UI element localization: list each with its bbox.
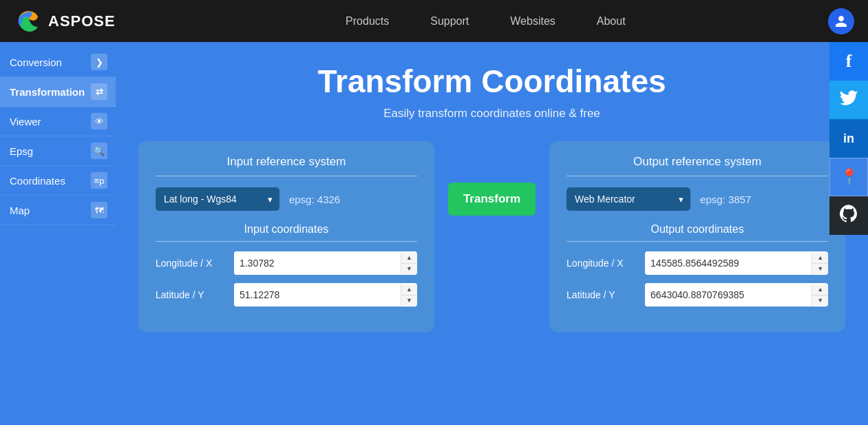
- main-wrapper: Conversion ❯ Transformation ⇄ Viewer 👁 E…: [0, 42, 868, 425]
- brand[interactable]: ASPOSE: [14, 7, 116, 36]
- transform-col: Transform: [448, 141, 536, 216]
- output-latitude-up[interactable]: ▲: [812, 284, 828, 295]
- output-longitude-field: Longitude / X ▲ ▼: [567, 251, 828, 275]
- input-latitude-input[interactable]: [234, 283, 401, 307]
- nav-products[interactable]: Products: [346, 15, 389, 28]
- input-latitude-spinners: ▲ ▼: [401, 284, 417, 306]
- map-icon: 🗺: [91, 202, 107, 218]
- sidebar-item-map[interactable]: Map 🗺: [0, 196, 116, 225]
- github-icon: [840, 205, 858, 227]
- input-epsg-label: epsg: 4326: [289, 194, 340, 205]
- input-system-row: Lat long - Wgs84 Web Mercator UTM Zone 3…: [156, 187, 417, 211]
- content-area: Transform Coordinates Easily transform c…: [116, 42, 868, 425]
- linkedin-icon: in: [843, 132, 854, 146]
- github-button[interactable]: [829, 196, 868, 235]
- pinterest-icon: 📍: [840, 168, 858, 186]
- input-longitude-up[interactable]: ▲: [401, 253, 417, 263]
- nav-links: Products Support Websites About: [143, 15, 828, 28]
- nav-websites[interactable]: Websites: [510, 15, 555, 28]
- output-latitude-down[interactable]: ▼: [812, 296, 828, 306]
- panels-row: Input reference system Lat long - Wgs84 …: [131, 141, 854, 332]
- input-coords-title: Input coordinates: [156, 223, 417, 242]
- brand-name: ASPOSE: [48, 12, 116, 30]
- user-avatar[interactable]: [828, 8, 854, 34]
- output-coords-title: Output coordinates: [567, 223, 828, 242]
- output-longitude-up[interactable]: ▲: [812, 253, 828, 263]
- sidebar-item-viewer[interactable]: Viewer 👁: [0, 107, 116, 136]
- output-latitude-label: Latitude / Y: [567, 289, 635, 300]
- output-longitude-input[interactable]: [645, 251, 812, 275]
- input-longitude-wrapper: ▲ ▼: [234, 251, 417, 275]
- epsg-icon: 🔍: [91, 143, 107, 159]
- twitter-button[interactable]: [829, 81, 868, 119]
- input-longitude-input[interactable]: [234, 251, 401, 275]
- input-panel: Input reference system Lat long - Wgs84 …: [138, 141, 434, 332]
- social-bar: f in 📍: [829, 42, 868, 235]
- facebook-icon: f: [846, 51, 852, 72]
- aspose-logo-icon: [14, 7, 43, 36]
- output-system-select-wrapper: Web Mercator Lat long - Wgs84 UTM Zone 3…: [567, 187, 690, 211]
- facebook-button[interactable]: f: [829, 42, 868, 81]
- input-longitude-spinners: ▲ ▼: [401, 253, 417, 274]
- nav-about[interactable]: About: [597, 15, 626, 28]
- input-latitude-wrapper: ▲ ▼: [234, 283, 417, 307]
- input-longitude-down[interactable]: ▼: [401, 264, 417, 274]
- viewer-icon: 👁: [91, 113, 107, 129]
- sidebar: Conversion ❯ Transformation ⇄ Viewer 👁 E…: [0, 42, 116, 425]
- sidebar-item-coordinates[interactable]: Coordinates ≡p: [0, 166, 116, 196]
- sidebar-item-transformation[interactable]: Transformation ⇄: [0, 77, 116, 107]
- input-panel-title: Input reference system: [156, 155, 417, 176]
- output-latitude-field: Latitude / Y ▲ ▼: [567, 283, 828, 307]
- user-icon: [834, 14, 848, 28]
- page-subtitle: Easily transform coordinates online & fr…: [383, 107, 600, 121]
- output-longitude-label: Longitude / X: [567, 258, 635, 269]
- sidebar-item-epsg[interactable]: Epsg 🔍: [0, 136, 116, 166]
- navbar: ASPOSE Products Support Websites About: [0, 0, 868, 42]
- output-longitude-down[interactable]: ▼: [812, 264, 828, 274]
- input-latitude-up[interactable]: ▲: [401, 284, 417, 295]
- transform-button[interactable]: Transform: [448, 183, 536, 216]
- input-longitude-label: Longitude / X: [156, 258, 224, 269]
- pinterest-button[interactable]: 📍: [829, 158, 868, 196]
- sidebar-item-conversion[interactable]: Conversion ❯: [0, 48, 116, 77]
- coordinates-icon: ≡p: [91, 172, 107, 189]
- output-epsg-label: epsg: 3857: [700, 194, 751, 205]
- output-panel: Output reference system Web Mercator Lat…: [549, 141, 845, 332]
- conversion-icon: ❯: [91, 54, 107, 70]
- nav-support[interactable]: Support: [430, 15, 469, 28]
- input-latitude-label: Latitude / Y: [156, 289, 224, 300]
- output-panel-title: Output reference system: [567, 155, 828, 176]
- output-longitude-spinners: ▲ ▼: [812, 253, 828, 274]
- input-latitude-field: Latitude / Y ▲ ▼: [156, 283, 417, 307]
- output-system-select[interactable]: Web Mercator Lat long - Wgs84 UTM Zone 3…: [567, 187, 690, 211]
- output-latitude-wrapper: ▲ ▼: [645, 283, 828, 307]
- transformation-icon: ⇄: [91, 83, 107, 100]
- output-latitude-input[interactable]: [645, 283, 812, 307]
- output-latitude-spinners: ▲ ▼: [812, 284, 828, 306]
- input-system-select-wrapper: Lat long - Wgs84 Web Mercator UTM Zone 3…: [156, 187, 279, 211]
- twitter-icon: [840, 90, 858, 110]
- output-system-row: Web Mercator Lat long - Wgs84 UTM Zone 3…: [567, 187, 828, 211]
- input-system-select[interactable]: Lat long - Wgs84 Web Mercator UTM Zone 3…: [156, 187, 279, 211]
- input-latitude-down[interactable]: ▼: [401, 296, 417, 306]
- page-title: Transform Coordinates: [317, 63, 666, 100]
- linkedin-button[interactable]: in: [829, 119, 868, 158]
- output-longitude-wrapper: ▲ ▼: [645, 251, 828, 275]
- input-longitude-field: Longitude / X ▲ ▼: [156, 251, 417, 275]
